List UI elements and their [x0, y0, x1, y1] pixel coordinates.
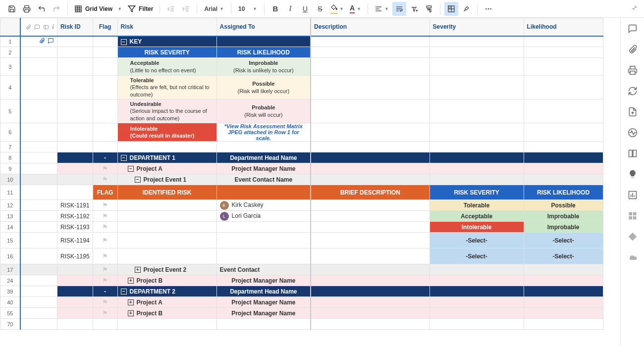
- row-70[interactable]: 70: [0, 319, 603, 330]
- key-sev-header: RISK SEVERITY: [117, 47, 216, 58]
- flag-icon[interactable]: ⚑: [102, 266, 108, 273]
- grid-table: i Risk ID Flag Risk Assigned To Descript…: [0, 18, 603, 330]
- chart-icon[interactable]: [628, 190, 638, 200]
- format-painter-button[interactable]: [422, 2, 436, 16]
- italic-button[interactable]: I: [283, 2, 297, 16]
- save-button[interactable]: [5, 2, 19, 16]
- flag-icon[interactable]: ⚑: [102, 309, 108, 317]
- outdent-button[interactable]: [164, 2, 178, 16]
- flag-icon[interactable]: ⚑: [102, 237, 108, 244]
- svg-rect-1: [75, 6, 81, 12]
- flag-icon[interactable]: ⚑: [102, 201, 108, 209]
- print-button[interactable]: [20, 2, 34, 16]
- flag-icon[interactable]: ⚑: [102, 176, 108, 183]
- iconcell-header: i: [20, 18, 57, 36]
- svg-point-27: [488, 8, 489, 9]
- toolbar: Grid View▼ Filter Arial▼ 10▼ B I U S ▼ A…: [0, 0, 644, 18]
- svg-rect-42: [629, 216, 632, 220]
- attachments-panel-icon[interactable]: [628, 45, 638, 54]
- attach-icon[interactable]: [39, 38, 45, 44]
- upload-icon[interactable]: [628, 107, 638, 117]
- row-17[interactable]: 17 ⚑ +Project Event 2 Event Contact: [0, 264, 603, 275]
- more-button[interactable]: [482, 2, 495, 16]
- flag-icon[interactable]: ⚑: [102, 223, 108, 231]
- comment-icon: [34, 24, 40, 30]
- col-severity[interactable]: Severity: [429, 18, 524, 36]
- highlight-button[interactable]: [459, 2, 473, 16]
- col-flag[interactable]: Flag: [93, 18, 117, 36]
- idea-icon[interactable]: [628, 169, 638, 179]
- row-1[interactable]: 1 −KEY: [0, 36, 603, 47]
- wrap-button[interactable]: [392, 2, 406, 16]
- matrix-link[interactable]: *View Risk Assessment Matrix JPEG attach…: [216, 123, 311, 142]
- cond-format-button[interactable]: [444, 2, 458, 16]
- flag-icon[interactable]: ⚑: [102, 298, 108, 306]
- row-2[interactable]: 2 RISK SEVERITY RISK LIKELIHOOD: [0, 47, 603, 58]
- rownum-header: [0, 18, 20, 36]
- clear-format-button[interactable]: [407, 2, 421, 16]
- row-39[interactable]: 39 - −DEPARTMENT 2 Department Head Name: [0, 286, 603, 297]
- flag-icon[interactable]: ⚑: [102, 212, 108, 220]
- print-panel-icon[interactable]: [628, 65, 638, 75]
- filter-button[interactable]: Filter: [125, 2, 156, 16]
- font-select[interactable]: Arial▼: [201, 2, 227, 16]
- info-i-icon: i: [53, 23, 54, 30]
- col-likelihood[interactable]: Likelihood: [524, 18, 603, 36]
- row-4[interactable]: 4 Tolerable(Effects are felt, but not cr…: [0, 76, 603, 99]
- undo-button[interactable]: [35, 2, 49, 16]
- bold-button[interactable]: B: [268, 2, 282, 16]
- diamond-icon[interactable]: [628, 232, 638, 242]
- row-6[interactable]: 6 Intolerable(Could result in disaster) …: [0, 123, 603, 142]
- align-button[interactable]: ▼: [372, 2, 391, 16]
- workspace-icon[interactable]: [628, 148, 638, 158]
- text-color-button[interactable]: A▼: [347, 2, 364, 16]
- comment-icon[interactable]: [48, 38, 54, 44]
- attach-icon: [25, 24, 31, 30]
- activity-icon[interactable]: [628, 128, 638, 138]
- row-5[interactable]: 5 Undesirable(Serious impact to the cour…: [0, 99, 603, 123]
- fill-color-button[interactable]: ▼: [328, 2, 346, 16]
- sheet-area[interactable]: i Risk ID Flag Risk Assigned To Descript…: [0, 18, 620, 346]
- redo-button[interactable]: [50, 2, 63, 16]
- row-16[interactable]: 16 RISK-1195⚑ -Select- -Select-: [0, 248, 603, 264]
- grid-view-button[interactable]: Grid View▼: [72, 2, 124, 16]
- svg-point-25: [468, 7, 468, 7]
- cloud-icon[interactable]: [628, 252, 638, 262]
- row-14[interactable]: 14 RISK-1193⚑ Intolerable Improbable: [0, 222, 603, 233]
- sync-icon[interactable]: [628, 86, 638, 96]
- col-risk[interactable]: Risk: [117, 18, 216, 36]
- svg-rect-35: [633, 150, 636, 156]
- flag-icon[interactable]: ⚑: [102, 277, 108, 284]
- row-15[interactable]: 15 RISK-1194⚑ -Select- -Select-: [0, 233, 603, 248]
- col-assigned[interactable]: Assigned To: [216, 18, 311, 36]
- indent-button[interactable]: [179, 2, 193, 16]
- row-10[interactable]: 10 ⚑ −Project Event 1 Event Contact Name: [0, 174, 603, 185]
- row-8[interactable]: 8 - −DEPARTMENT 1 Department Head Name: [0, 152, 603, 163]
- strike-button[interactable]: S: [313, 2, 327, 16]
- fontsize-select[interactable]: 10▼: [235, 2, 260, 16]
- flag-icon[interactable]: ⚑: [102, 252, 108, 260]
- row-40[interactable]: 40 ⚑ +Project A Project Manager Name: [0, 297, 603, 308]
- row-7[interactable]: 7: [0, 142, 603, 152]
- header-row: i Risk ID Flag Risk Assigned To Descript…: [0, 18, 603, 36]
- row-9[interactable]: 9 ⚑ −Project A Project Manager Name: [0, 163, 603, 174]
- collapse-icon[interactable]: [631, 4, 638, 13]
- col-description[interactable]: Description: [311, 18, 429, 36]
- avatar: K: [220, 201, 229, 210]
- svg-rect-31: [630, 71, 635, 75]
- svg-rect-0: [25, 9, 29, 12]
- row-12[interactable]: 12 RISK-1191⚑ KKirk Caskey Tolerable Pos…: [0, 200, 603, 211]
- row-13[interactable]: 13 RISK-1192⚑ LLori Garcia Acceptable Im…: [0, 211, 603, 222]
- comments-panel-icon[interactable]: [628, 24, 638, 34]
- svg-point-26: [485, 8, 487, 9]
- col-risk-id[interactable]: Risk ID: [57, 18, 93, 36]
- flag-icon[interactable]: ⚑: [102, 165, 108, 172]
- dashboard-icon[interactable]: [628, 211, 638, 221]
- avatar: L: [220, 212, 229, 221]
- row-55[interactable]: 55 ⚑ +Project B Project Manager Name: [0, 308, 603, 319]
- row-11[interactable]: 11 FLAG IDENTIFIED RISK BRIEF DESCRIPTIO…: [0, 185, 603, 200]
- row-24[interactable]: 24 ⚑ +Project B Project Manager Name: [0, 275, 603, 286]
- row-3[interactable]: 3 Acceptable(Little to no effect on even…: [0, 58, 603, 76]
- svg-rect-41: [633, 212, 636, 216]
- underline-button[interactable]: U: [298, 2, 312, 16]
